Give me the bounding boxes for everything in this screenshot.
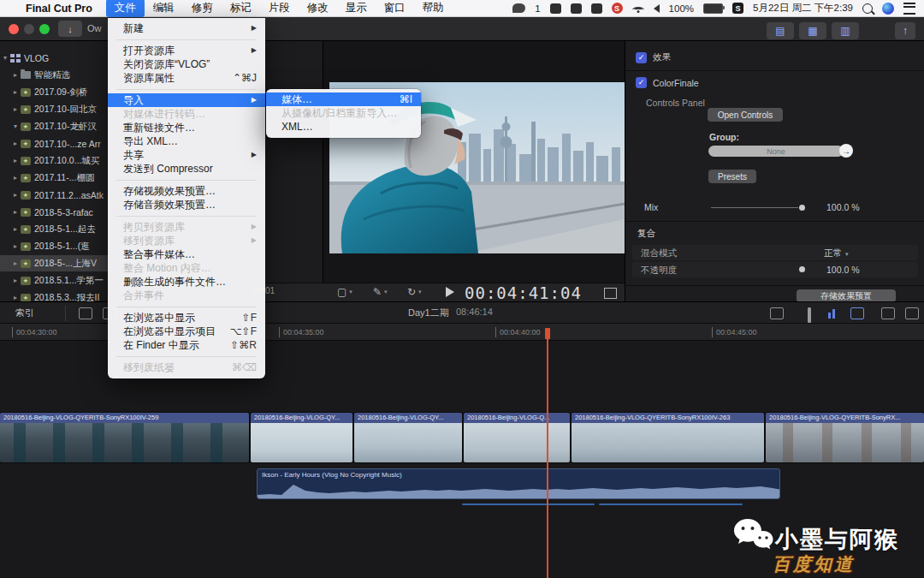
submenu-item-xml[interactable]: XML… [266,120,421,134]
disclosure-icon[interactable]: ▸ [10,191,21,199]
disclosure-icon[interactable]: ▸ [10,208,21,216]
secondary-display-icon[interactable] [881,307,895,319]
fullscreen-icon[interactable] [604,288,617,299]
mix-value[interactable]: 100.0 % [826,202,860,212]
disclosure-icon[interactable]: ▸ [10,277,21,284]
sidebar-item-event[interactable]: ▸ ★ 2017.10-回北京 [0,101,110,117]
menu-item-share[interactable]: 共享▶ [108,148,265,162]
spotlight-icon[interactable] [862,3,873,14]
menu-item-library-properties[interactable]: 资源库属性⌃⌘J [108,71,265,85]
menu-item-new[interactable]: 新建▶ [108,21,265,35]
sidebar-item-event[interactable]: ▸ ★ 2018-5-1...起去 [0,221,110,237]
composite-section-header[interactable]: 复合 [637,228,655,240]
disclosure-icon[interactable]: ▸ [10,174,21,182]
sidebar-item-event[interactable]: ▸ ★ 2018-5-3-rafac [0,204,110,220]
menu-view[interactable]: 显示 [337,0,376,17]
menu-item-reveal-project-in-browser[interactable]: 在浏览器中显示项目⌥⇧F [108,325,265,338]
sogou-input-icon[interactable]: S [612,3,623,14]
disclosure-icon[interactable]: ▸ [10,259,21,267]
draw-mask-popup-button[interactable]: ✎▾ [373,286,388,298]
group-dropdown[interactable]: None [708,146,844,157]
opacity-slider-knob[interactable] [799,266,805,272]
video-clip[interactable]: 20180516-Beijing-VLOG-QYERITB-SonyRX100I… [572,413,764,462]
video-clip[interactable]: 20180516-Beijing-VLOG-QY... [251,413,352,462]
menu-file[interactable]: 文件 [106,0,145,17]
display-icon[interactable] [571,3,582,14]
zoom-window-button[interactable] [39,24,50,34]
blend-mode-popup[interactable]: 正常▾ [824,247,849,259]
clip-appearance-icon[interactable] [850,307,864,319]
menu-item-delete-generated-event-files[interactable]: 删除生成的事件文件… [108,275,265,289]
disclosure-icon[interactable]: ▸ [10,71,21,79]
effects-checkbox[interactable]: ✓ [636,52,647,63]
minimize-window-button[interactable] [24,24,34,34]
keyboard-icon[interactable] [550,3,561,14]
menu-item-export-xml[interactable]: 导出 XML… [108,134,265,148]
menu-window[interactable]: 窗口 [376,0,414,17]
sidebar-item-event[interactable]: ▸ ★ 2017.10.0...城买 [0,152,110,169]
disclosure-icon[interactable]: ▸ [10,225,21,233]
menu-item-reveal-in-finder[interactable]: 在 Finder 中显示⇧⌘R [108,338,265,352]
audio-component-line[interactable] [462,504,595,505]
mirroring-icon[interactable] [591,3,602,14]
colorfinale-checkbox[interactable]: ✓ [636,77,647,88]
sidebar-item-event[interactable]: ▸ ★ 2018.5.1...学第一 [0,272,110,289]
wifi-icon[interactable] [632,3,644,13]
audio-meters-toggle[interactable] [828,308,835,319]
disclosure-icon[interactable]: ▾ [0,54,10,62]
menu-modify[interactable]: 修改 [299,0,337,17]
menu-item-import[interactable]: 导入▶ [108,93,265,107]
timeline-toggle-button[interactable]: ▦ [799,22,826,39]
timeline-history-icon[interactable] [905,307,919,319]
project-name[interactable]: Day1二期 [408,307,449,319]
inspector-toggle-button[interactable]: ▥ [832,22,859,39]
disclosure-icon[interactable]: ▾ [10,122,21,130]
open-controls-button[interactable]: Open Controls [708,108,783,122]
menu-edit[interactable]: 编辑 [145,0,183,17]
play-button[interactable] [446,287,454,297]
video-clip[interactable]: 20180516-Beijing-VLOG-QY... [354,413,462,462]
menu-item-open-library[interactable]: 打开资源库▶ [108,44,265,57]
menu-mark[interactable]: 标记 [222,0,260,17]
save-effect-preset-button[interactable]: 存储效果预置 [797,289,896,302]
import-media-button[interactable]: ↓ [58,21,82,37]
menu-clip[interactable]: 片段 [260,0,299,17]
clock[interactable]: 5月22日 周二 下午2:39 [753,2,853,15]
index-button[interactable]: 索引 [15,307,34,319]
disclosure-icon[interactable]: ▸ [10,105,21,113]
sidebar-item-event[interactable]: ▸ ★ 2017.10-...ze Arr [0,135,110,152]
volume-icon[interactable] [654,4,660,13]
menu-item-reveal-in-browser[interactable]: 在浏览器中显示⇧F [108,311,265,325]
group-apply-button[interactable]: → [839,144,853,158]
disclosure-icon[interactable]: ▸ [10,88,21,96]
menu-item-consolidate-event-media[interactable]: 整合事件媒体… [108,247,265,261]
sidebar-item-vlog-library[interactable]: ▾ VLOG [0,50,110,66]
disclosure-icon[interactable]: ▸ [10,140,21,147]
menu-item-relink-files[interactable]: 重新链接文件… [108,121,265,134]
menu-item-close-library[interactable]: 关闭资源库“VLOG” [108,57,265,71]
sidebar-item-event[interactable]: ▸ ★ 2017.11.2...asAtk [0,187,110,203]
sidebar-item-event[interactable]: ▾ ★ 2017.10-龙虾汉 [0,118,110,134]
retime-popup-button[interactable]: ↻▾ [407,286,422,298]
disclosure-icon[interactable]: ▸ [10,294,21,301]
video-clip[interactable]: 20180516-Beijing-VLOG-Q... [464,413,570,462]
browser-toggle-button[interactable]: ▤ [767,22,794,39]
paste-attributes-icon[interactable] [79,307,92,319]
menu-item-send-to-compressor[interactable]: 发送到 Compressor [108,162,265,176]
siri-icon[interactable] [882,3,894,15]
video-clip[interactable]: 20180516-Beijing-VLOG-QYERITB-SonyRX... [766,413,924,462]
notification-center-icon[interactable] [903,3,915,15]
app-menu[interactable]: Final Cut Pro [26,3,92,15]
presets-button[interactable]: Presets [708,170,756,183]
input-source-icon[interactable]: S [732,3,743,14]
sidebar-item-event[interactable]: ▸ ★ 2018-5-1...(逛 [0,238,110,254]
messages-icon[interactable] [512,3,525,13]
sidebar-item-event-selected[interactable]: ▸ ★ 2018-5-...上海V [0,255,110,271]
transform-popup-button[interactable]: ▢▾ [337,286,352,298]
sidebar-item-event[interactable]: ▸ ★ 2017.11-...棚圆 [0,170,110,186]
opacity-value[interactable]: 100.0 % [826,265,860,275]
audio-component-line[interactable] [599,504,743,505]
sidebar-item-smart-collection[interactable]: ▸ 智能精选 [0,67,110,83]
menu-item-save-video-effect-preset[interactable]: 存储视频效果预置… [108,184,265,198]
menu-trim[interactable]: 修剪 [183,0,222,17]
